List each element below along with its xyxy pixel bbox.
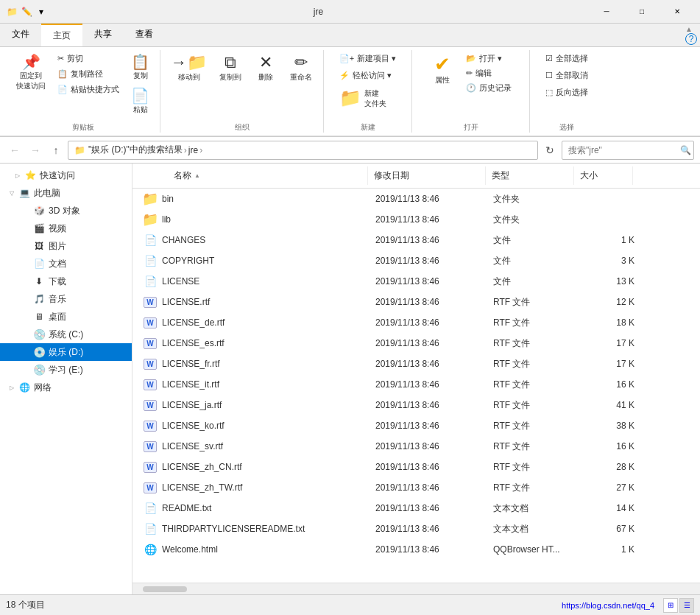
table-row[interactable]: W LICENSE_es.rtf 2019/11/13 8:46 RTF 文件 … <box>132 333 700 354</box>
search-input[interactable] <box>562 141 694 160</box>
tab-home[interactable]: 主页 <box>41 24 82 46</box>
minimize-button[interactable]: ─ <box>590 0 623 24</box>
new-folder-label: 新建文件夹 <box>364 88 386 109</box>
sidebar-item-quick-access[interactable]: ▷ ⭐ 快速访问 <box>0 166 132 184</box>
table-row[interactable]: W LICENSE_de.rtf 2019/11/13 8:46 RTF 文件 … <box>132 312 700 333</box>
file-icon-cell: W <box>138 334 162 352</box>
list-view-button[interactable]: ☰ <box>679 598 694 613</box>
table-row[interactable]: 📁 bin 2019/11/13 8:46 文件夹 <box>132 189 700 209</box>
file-date-cell: 2019/11/13 8:46 <box>375 194 493 204</box>
cut-button[interactable]: ✂ 剪切 <box>53 52 124 66</box>
forward-button[interactable]: → <box>26 141 44 159</box>
delete-button[interactable]: ✕ 删除 <box>250 52 282 85</box>
copy-path-button[interactable]: 📋 复制路径 <box>53 67 124 81</box>
table-row[interactable]: 📄 CHANGES 2019/11/13 8:46 文件 1 K <box>132 230 700 250</box>
sidebar-label-videos: 视频 <box>49 222 66 235</box>
deselect-all-button[interactable]: ☐ 全部取消 <box>541 68 593 82</box>
col-type-label: 类型 <box>492 169 509 182</box>
up-button[interactable]: ↑ <box>47 141 65 159</box>
sidebar-item-downloads[interactable]: ⬇ 下载 <box>0 273 132 290</box>
table-row[interactable]: 📄 README.txt 2019/11/13 8:46 文本文档 14 K <box>132 498 700 519</box>
copy-to-button[interactable]: ⧉ 复制到 <box>214 52 247 85</box>
select-all-button[interactable]: ☑ 全部选择 <box>541 52 593 66</box>
close-button[interactable]: ✕ <box>660 0 694 24</box>
table-row[interactable]: W LICENSE_ko.rtf 2019/11/13 8:46 RTF 文件 … <box>132 415 700 436</box>
maximize-button[interactable]: □ <box>625 0 659 24</box>
app-icon-folder[interactable]: 📁 <box>6 6 18 18</box>
col-header-size[interactable]: 大小 <box>574 166 633 185</box>
table-row[interactable]: W LICENSE_ja.rtf 2019/11/13 8:46 RTF 文件 … <box>132 395 700 415</box>
ribbon-help-icon[interactable]: ? <box>685 33 697 45</box>
table-row[interactable]: W LICENSE_sv.rtf 2019/11/13 8:46 RTF 文件 … <box>132 436 700 457</box>
sidebar-label-entertainment-d: 娱乐 (D:) <box>49 346 83 359</box>
easy-access-icon: ⚡ <box>339 71 350 80</box>
history-icon: 🕐 <box>466 83 476 93</box>
paste-button[interactable]: 📄 粘贴 <box>127 85 154 118</box>
app-icon-edit[interactable]: ✏️ <box>21 6 32 18</box>
file-type-cell: 文件夹 <box>493 193 581 205</box>
sidebar-item-documents[interactable]: 📄 文档 <box>0 255 132 273</box>
table-row[interactable]: W LICENSE_zh_TW.rtf 2019/11/13 8:46 RTF … <box>132 477 700 498</box>
clipboard-group-label: 剪贴板 <box>72 119 94 133</box>
file-type-cell: RTF 文件 <box>493 461 581 474</box>
title-bar-dropdown[interactable]: ▾ <box>35 6 47 18</box>
paste-shortcut-button[interactable]: 📄 粘贴快捷方式 <box>53 82 124 96</box>
rename-button[interactable]: ✏ 重命名 <box>285 52 317 85</box>
open-button[interactable]: 📂 打开 ▾ <box>462 52 516 66</box>
tab-view[interactable]: 查看 <box>124 24 165 46</box>
search-icon[interactable]: 🔍 <box>680 145 691 155</box>
edit-icon: ✏ <box>466 68 473 78</box>
file-icon-cell: 📄 <box>138 520 162 538</box>
table-row[interactable]: 📄 LICENSE 2019/11/13 8:46 文件 13 K <box>132 271 700 292</box>
tab-file[interactable]: 文件 <box>0 24 41 46</box>
table-row[interactable]: W LICENSE_fr.rtf 2019/11/13 8:46 RTF 文件 … <box>132 354 700 374</box>
file-icon: 📄 <box>144 255 157 267</box>
sidebar-item-pictures[interactable]: 🖼 图片 <box>0 237 132 255</box>
table-row[interactable]: W LICENSE_it.rtf 2019/11/13 8:46 RTF 文件 … <box>132 374 700 395</box>
file-icon-cell: 📄 <box>138 273 162 290</box>
properties-button[interactable]: ✔ 属性 <box>426 52 459 95</box>
history-button[interactable]: 🕐 历史记录 <box>462 81 516 95</box>
copy-button[interactable]: 📋 复制 <box>127 52 154 84</box>
tab-share[interactable]: 共享 <box>82 24 124 46</box>
sidebar-item-entertainment-d[interactable]: 💿 娱乐 (D:) <box>0 343 132 361</box>
title-bar-app-icons: 📁 ✏️ ▾ <box>6 6 47 18</box>
col-header-date[interactable]: 修改日期 <box>368 166 486 185</box>
file-size-cell: 14 K <box>581 503 640 513</box>
sidebar-item-desktop[interactable]: 🖥 桌面 <box>0 308 132 326</box>
sidebar-item-network[interactable]: ▷ 🌐 网络 <box>0 379 132 396</box>
col-date-label: 修改日期 <box>374 169 409 182</box>
csdn-link[interactable]: https://blog.csdn.net/qq_4 <box>562 601 654 610</box>
file-date-cell: 2019/11/13 8:46 <box>375 482 493 493</box>
scroll-thumb[interactable] <box>143 586 187 592</box>
invert-selection-button[interactable]: ⬚ 反向选择 <box>541 85 593 99</box>
open-icon: 📂 <box>466 54 476 63</box>
sidebar-item-videos[interactable]: 🎬 视频 <box>0 219 132 237</box>
new-item-button[interactable]: 📄+ 新建项目 ▾ <box>335 52 401 66</box>
sidebar-item-system-c[interactable]: 💿 系统 (C:) <box>0 326 132 343</box>
address-path[interactable]: 📁 "娱乐 (D:)"中的搜索结果 › jre › <box>68 141 538 160</box>
grid-view-button[interactable]: ⊞ <box>663 598 678 613</box>
refresh-button[interactable]: ↻ <box>541 141 559 159</box>
table-row[interactable]: 📄 COPYRIGHT 2019/11/13 8:46 文件 3 K <box>132 250 700 271</box>
table-row[interactable]: W LICENSE.rtf 2019/11/13 8:46 RTF 文件 12 … <box>132 292 700 312</box>
horizontal-scrollbar[interactable] <box>132 583 700 594</box>
col-header-type[interactable]: 类型 <box>486 166 574 185</box>
sidebar-item-3d-objects[interactable]: 🎲 3D 对象 <box>0 202 132 219</box>
sidebar-item-this-pc[interactable]: ▽ 💻 此电脑 <box>0 184 132 202</box>
pin-to-quickaccess-button[interactable]: 📌 固定到快速访问 <box>12 52 50 94</box>
edit-button[interactable]: ✏ 编辑 <box>462 66 516 80</box>
ribbon-collapse-arrow-up[interactable]: ▲ <box>685 25 697 33</box>
new-folder-button[interactable]: 📁 新建文件夹 <box>335 85 391 112</box>
table-row[interactable]: W LICENSE_zh_CN.rtf 2019/11/13 8:46 RTF … <box>132 457 700 477</box>
move-to-button[interactable]: →📁 移动到 <box>166 52 211 85</box>
back-button[interactable]: ← <box>6 141 24 159</box>
table-row[interactable]: 📁 lib 2019/11/13 8:46 文件夹 <box>132 209 700 230</box>
sidebar-item-study-e[interactable]: 💿 学习 (E:) <box>0 361 132 379</box>
col-header-name[interactable]: 名称 ▲ <box>132 166 368 185</box>
easy-access-button[interactable]: ⚡ 轻松访问 ▾ <box>335 68 396 82</box>
table-row[interactable]: 📄 THIRDPARTYLICENSEREADME.txt 2019/11/13… <box>132 519 700 539</box>
sidebar-item-music[interactable]: 🎵 音乐 <box>0 290 132 308</box>
ribbon-clipboard-items: 📌 固定到快速访问 ✂ 剪切 📋 复制路径 📄 粘贴快捷方式 <box>12 50 154 119</box>
table-row[interactable]: 🌐 Welcome.html 2019/11/13 8:46 QQBrowser… <box>132 539 700 560</box>
